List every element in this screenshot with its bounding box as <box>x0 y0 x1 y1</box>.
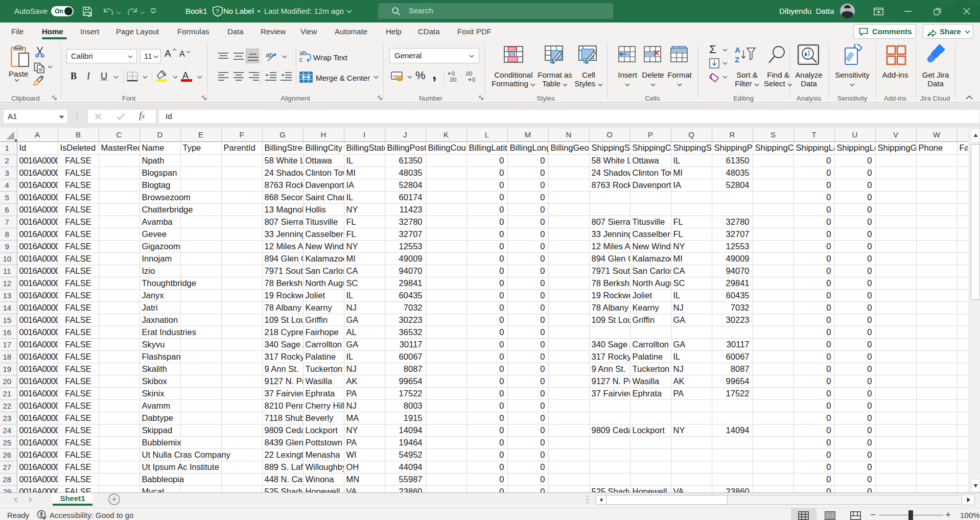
svg-text:c: c <box>299 56 302 63</box>
svg-text:A: A <box>735 45 740 54</box>
svg-text:Z: Z <box>735 55 739 64</box>
svg-text:0: 0 <box>452 70 455 77</box>
svg-text:0: 0 <box>472 77 475 83</box>
svg-text:?: ? <box>216 8 219 14</box>
svg-text:.00: .00 <box>449 77 456 83</box>
svg-text:.00: .00 <box>464 70 472 77</box>
